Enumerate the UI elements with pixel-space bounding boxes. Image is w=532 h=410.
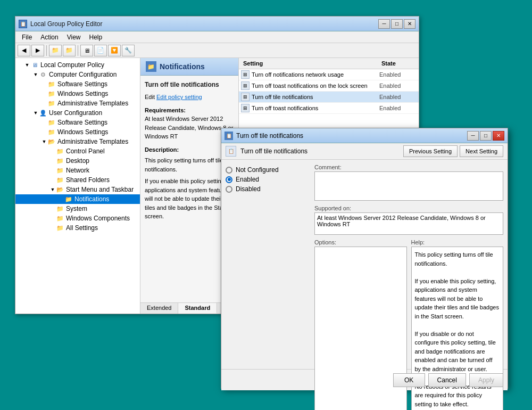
dialog-title-bar: 📋 Turn off tile notifications ─ □ ✕: [221, 128, 508, 143]
previous-setting-button[interactable]: Previous Setting: [403, 145, 458, 157]
supported-label: Supported on:: [314, 205, 503, 211]
back-button[interactable]: ◀: [18, 45, 30, 56]
tree-label-network: Network: [66, 167, 89, 174]
radio-enabled-label: Enabled: [236, 176, 259, 183]
up-button[interactable]: 📁: [49, 45, 62, 56]
help-button[interactable]: 📄: [94, 45, 107, 56]
radio-not-configured-input[interactable]: [226, 167, 232, 174]
windows-settings-2-icon: 📁: [47, 128, 56, 136]
tree-label-admin-templates-2: Administrative Templates: [57, 138, 128, 145]
settings-row-3[interactable]: ⊞ Turn off toast notifications Enabled: [239, 103, 419, 114]
next-setting-button[interactable]: Next Setting: [460, 145, 503, 157]
settings-row-icon-1: ⊞: [241, 81, 250, 90]
dialog-close-button[interactable]: ✕: [493, 131, 504, 141]
menu-action[interactable]: Action: [36, 33, 62, 42]
settings-row-2[interactable]: ⊞ Turn off tile notifications Enabled: [239, 92, 419, 103]
settings-row-name-2: Turn off tile notifications: [252, 94, 379, 100]
forward-button[interactable]: ▶: [31, 45, 44, 56]
tree-desktop[interactable]: 📁 Desktop: [15, 156, 140, 166]
toolbar: ◀ ▶ 📁 📁 🖥 📄 🔽 🔧: [15, 43, 419, 58]
policy-title: Turn off tile notifications: [145, 80, 234, 89]
panel-header-title: Notifications: [160, 62, 205, 71]
tree-network[interactable]: 📁 Network: [15, 166, 140, 175]
notifications-icon: 📁: [64, 195, 73, 203]
main-title-bar: 📋 Local Group Policy Editor ─ □ ✕: [15, 17, 419, 31]
menu-help[interactable]: Help: [85, 33, 107, 42]
settings-row-state-0: Enabled: [379, 71, 417, 78]
toggle-software-1[interactable]: [41, 81, 47, 87]
local-computer-icon: 🖥: [30, 61, 39, 69]
radio-disabled-input[interactable]: [226, 186, 232, 193]
radio-not-configured[interactable]: Not Configured: [226, 166, 308, 174]
radio-disabled[interactable]: Disabled: [226, 185, 308, 193]
tree-windows-components[interactable]: 📁 Windows Components: [15, 214, 140, 223]
tree-windows-settings-1[interactable]: 📁 Windows Settings: [15, 89, 140, 99]
toolbar-separator-1: [46, 45, 47, 56]
help-text-1: This policy setting turns off tile notif…: [415, 250, 500, 268]
tree-notifications[interactable]: 📁 Notifications: [15, 194, 140, 204]
toggle-admin-2[interactable]: ▼: [41, 138, 47, 145]
ok-button[interactable]: OK: [393, 373, 425, 387]
dialog-minimize-button[interactable]: ─: [467, 131, 479, 141]
dialog-nav-title: Turn off tile notifications: [240, 147, 307, 155]
tree-system[interactable]: 📁 System: [15, 204, 140, 214]
dialog-maximize-button[interactable]: □: [480, 131, 492, 141]
software-settings-2-icon: 📁: [47, 118, 56, 127]
properties-button[interactable]: 🖥: [80, 45, 93, 56]
tree-windows-settings-2[interactable]: 📁 Windows Settings: [15, 127, 140, 137]
tree-user-configuration[interactable]: ▼ 👤 User Configuration: [15, 108, 140, 118]
tree-local-computer-policy[interactable]: ▼ 🖥 Local Computer Policy: [15, 60, 140, 70]
comment-textarea[interactable]: [314, 171, 503, 201]
tree-software-settings-2[interactable]: 📁 Software Settings: [15, 118, 140, 127]
filter-button[interactable]: 🔧: [122, 45, 135, 56]
dialog-right-panel: Comment: Supported on: At least Windows …: [314, 164, 503, 365]
radio-enabled[interactable]: Enabled: [226, 176, 308, 183]
refresh-button[interactable]: 🔽: [108, 45, 121, 56]
start-menu-icon: 📂: [56, 185, 64, 194]
toggle-user-config[interactable]: ▼: [32, 110, 39, 116]
all-settings-icon: 📁: [56, 224, 64, 232]
tree-label-software-settings-1: Software Settings: [57, 80, 107, 88]
toggle-computer-config[interactable]: ▼: [32, 71, 39, 78]
main-window-title: Local Group Policy Editor: [30, 20, 102, 28]
tree-label-user-configuration: User Configuration: [49, 109, 102, 117]
settings-row-1[interactable]: ⊞ Turn off toast notifications on the lo…: [239, 80, 419, 92]
tree-label-notifications: Notifications: [74, 195, 109, 203]
main-window-icon: 📋: [19, 20, 27, 28]
tab-extended[interactable]: Extended: [140, 303, 178, 314]
tree-shared-folders[interactable]: 📁 Shared Folders: [15, 175, 140, 185]
tree-software-settings-1[interactable]: 📁 Software Settings: [15, 79, 140, 89]
tree-admin-templates-1[interactable]: 📁 Administrative Templates: [15, 99, 140, 108]
tree-label-windows-settings-2: Windows Settings: [57, 128, 108, 136]
control-panel-icon: 📁: [56, 147, 64, 155]
tab-standard[interactable]: Standard: [178, 303, 217, 314]
shared-folders-icon: 📁: [56, 176, 64, 184]
show-hide-button[interactable]: 📁: [63, 45, 76, 56]
toggle-local-computer-policy[interactable]: ▼: [24, 62, 30, 68]
tree-label-system: System: [66, 205, 87, 212]
computer-config-icon: ⚙: [39, 70, 47, 79]
tree-start-menu[interactable]: ▼ 📂 Start Menu and Taskbar: [15, 185, 140, 194]
apply-button[interactable]: Apply: [469, 373, 503, 387]
windows-components-icon: 📁: [56, 214, 64, 223]
tree-all-settings[interactable]: 📁 All Settings: [15, 223, 140, 233]
settings-row-0[interactable]: ⊞ Turn off notifications network usage E…: [239, 69, 419, 80]
maximize-button[interactable]: □: [391, 19, 403, 29]
edit-policy-link[interactable]: Edit policy setting: [156, 94, 202, 100]
cancel-button[interactable]: Cancel: [428, 373, 466, 387]
tree-computer-configuration[interactable]: ▼ ⚙ Computer Configuration: [15, 70, 140, 79]
radio-enabled-input[interactable]: [226, 176, 232, 183]
menu-view[interactable]: View: [63, 33, 85, 42]
close-button[interactable]: ✕: [404, 19, 415, 29]
tree-label-admin-templates-1: Administrative Templates: [57, 100, 128, 107]
radio-disabled-label: Disabled: [236, 185, 261, 193]
tree-control-panel[interactable]: 📁 Control Panel: [15, 146, 140, 156]
settings-row-state-1: Enabled: [379, 83, 417, 89]
toggle-start-menu[interactable]: ▼: [49, 186, 56, 193]
tree-label-computer-configuration: Computer Configuration: [49, 71, 117, 78]
minimize-button[interactable]: ─: [378, 19, 390, 29]
panel-header: 📁 Notifications: [140, 58, 238, 76]
menu-file[interactable]: File: [18, 33, 36, 42]
tree-admin-templates-2[interactable]: ▼ 📂 Administrative Templates: [15, 137, 140, 146]
comment-field-group: Comment:: [314, 164, 503, 201]
